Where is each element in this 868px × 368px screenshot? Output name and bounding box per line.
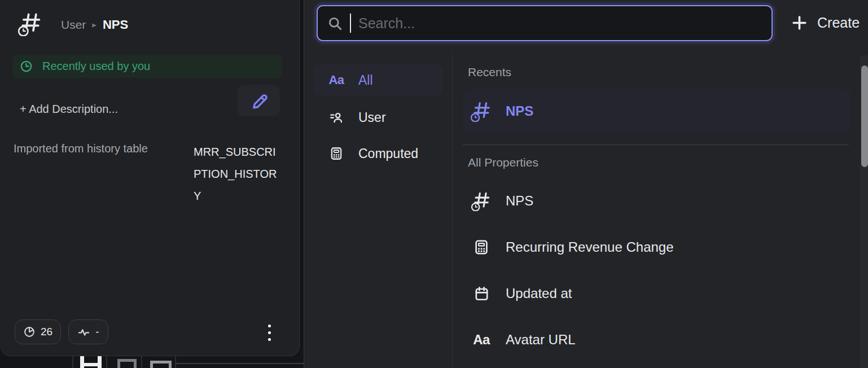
scrollbar-thumb[interactable] — [861, 65, 868, 167]
search-input[interactable] — [358, 15, 771, 32]
plus-icon — [791, 14, 808, 32]
background-chart-line — [72, 356, 73, 368]
recently-used-badge: Recently used by you — [12, 55, 282, 78]
property-item-label: Updated at — [506, 286, 572, 301]
property-detail-card: User ▸ NPS Recently used by you + Add De… — [0, 0, 300, 356]
usage-count-value: 26 — [41, 326, 52, 338]
breadcrumb-parent[interactable]: User — [61, 18, 86, 32]
calculator-icon — [327, 146, 346, 161]
user-list-icon — [327, 110, 346, 125]
background-gridline — [176, 363, 304, 364]
edit-description-button[interactable] — [237, 85, 280, 116]
vertical-divider — [452, 54, 453, 368]
trend-value: - — [95, 326, 99, 338]
calendar-icon — [470, 286, 493, 302]
add-description-link[interactable]: + Add Description... — [20, 103, 118, 116]
filter-label: Computed — [358, 146, 418, 161]
chevron-right-icon: ▸ — [92, 20, 97, 30]
usage-count-button[interactable]: 26 — [15, 319, 61, 344]
background-chart-line — [106, 356, 107, 368]
background-chart-bar — [80, 356, 102, 368]
property-item-label: Avatar URL — [506, 332, 576, 348]
pie-chart-icon — [23, 326, 36, 338]
aa-text-icon: Aa — [470, 332, 493, 348]
hash-clock-icon — [470, 100, 493, 122]
background-chart-bar — [117, 359, 137, 368]
property-item-recurring-revenue-change[interactable]: Recurring Revenue Change — [463, 231, 851, 263]
filter-tab-all[interactable]: Aa All — [313, 64, 443, 96]
create-button-label: Create — [817, 15, 860, 31]
imported-from-label: Imported from history table — [14, 142, 148, 155]
search-box[interactable] — [317, 5, 773, 41]
aa-text-icon: Aa — [327, 73, 346, 87]
search-bar-container — [313, 1, 777, 45]
property-item-label: Recurring Revenue Change — [506, 239, 674, 255]
property-item-label: NPS — [506, 193, 533, 209]
filter-tab-user[interactable]: User — [313, 102, 443, 133]
pulse-icon — [77, 326, 90, 339]
pencil-icon — [250, 92, 268, 109]
filter-label: User — [358, 110, 386, 125]
background-chart-line — [141, 356, 142, 368]
hash-clock-icon — [470, 191, 493, 211]
property-item-avatar-url[interactable]: Aa Avatar URL — [463, 324, 851, 356]
breadcrumb-current: NPS — [103, 17, 128, 32]
background-chart-line — [175, 356, 176, 368]
clock-icon — [20, 60, 33, 73]
search-icon — [327, 16, 343, 31]
filter-label: All — [358, 73, 373, 88]
property-item-updated-at[interactable]: Updated at — [463, 278, 851, 309]
number-property-hash-clock-icon — [18, 11, 43, 37]
kebab-menu-icon[interactable] — [263, 321, 275, 344]
create-button[interactable]: Create — [791, 8, 868, 37]
filter-tab-computed[interactable]: Computed — [313, 138, 443, 169]
text-caret — [350, 14, 351, 33]
property-picker-modal: Create Aa All User Computed Recents NPS … — [304, 0, 868, 368]
recents-section-header: Recents — [468, 65, 511, 79]
property-item-nps[interactable]: NPS — [463, 185, 851, 217]
horizontal-divider — [463, 144, 849, 145]
trend-button[interactable]: - — [68, 319, 108, 344]
calculator-icon — [470, 239, 493, 256]
all-properties-section-header: All Properties — [468, 156, 538, 169]
property-item-label: NPS — [506, 103, 533, 119]
recently-used-label: Recently used by you — [42, 60, 150, 73]
background-chart-bar — [150, 361, 172, 368]
imported-table-name: MRR_SUBSCRIPTION_HISTORY — [194, 141, 279, 207]
property-item-nps-recent[interactable]: NPS — [463, 89, 851, 133]
breadcrumb: User ▸ NPS — [61, 16, 128, 33]
